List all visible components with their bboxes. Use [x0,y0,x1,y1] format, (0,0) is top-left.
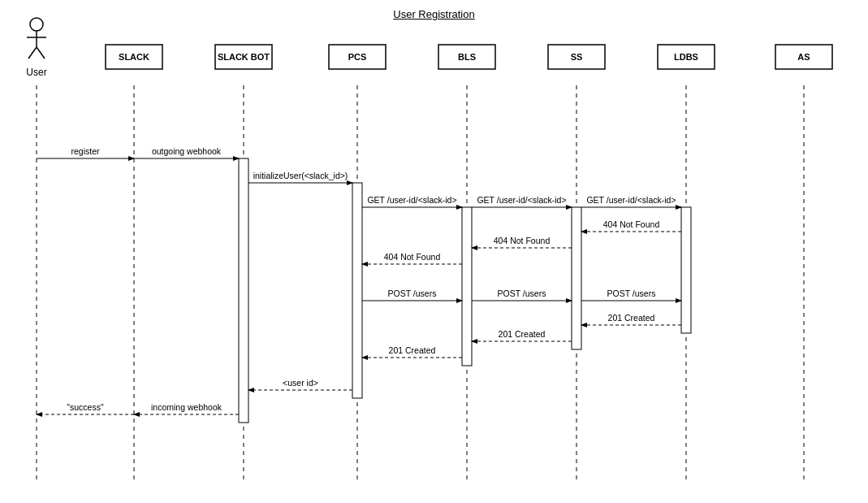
svg-text:POST /users: POST /users [388,288,437,298]
svg-rect-32 [681,207,691,333]
svg-text:SLACK BOT: SLACK BOT [218,52,270,62]
svg-rect-29 [352,183,362,398]
svg-point-0 [30,18,43,31]
svg-text:AS: AS [797,52,810,62]
svg-text:201 Created: 201 Created [608,313,655,323]
svg-line-3 [28,47,37,59]
svg-text:incoming webhook: incoming webhook [151,402,222,412]
svg-text:PCS: PCS [348,52,367,62]
svg-text:SS: SS [571,52,583,62]
svg-text:404 Not Found: 404 Not Found [494,236,551,245]
svg-text:GET /user-id/<slack-id>: GET /user-id/<slack-id> [586,195,676,205]
svg-text:201 Created: 201 Created [499,329,546,339]
svg-text:initializeUser(<slack_id>): initializeUser(<slack_id>) [253,171,348,180]
svg-rect-28 [239,158,248,423]
svg-text:SLACK: SLACK [119,52,149,62]
svg-text:404 Not Found: 404 Not Found [384,252,441,262]
svg-text:GET /user-id/<slack-id>: GET /user-id/<slack-id> [367,195,456,205]
svg-text:404 Not Found: 404 Not Found [603,219,660,229]
svg-text:GET /user-id/<slack-id>: GET /user-id/<slack-id> [477,195,566,205]
svg-rect-31 [572,207,581,349]
svg-rect-30 [462,207,472,366]
sequence-diagram: UserSLACKSLACK BOTPCSBLSSSLDBSASregister… [0,0,868,503]
svg-text:User: User [26,67,46,78]
svg-text:outgoing webhook: outgoing webhook [152,146,222,156]
svg-text:POST /users: POST /users [498,288,546,298]
svg-text:POST /users: POST /users [607,288,656,298]
svg-line-4 [37,47,45,59]
svg-text:LDBS: LDBS [674,52,698,62]
svg-text:"success": "success" [67,402,104,412]
svg-text:<user id>: <user id> [283,378,318,388]
svg-text:BLS: BLS [458,52,476,62]
diagram: User Registration UserSLACKSLACK BOTPCSB… [0,0,868,503]
svg-text:201 Created: 201 Created [389,345,436,355]
svg-text:register: register [71,146,100,156]
